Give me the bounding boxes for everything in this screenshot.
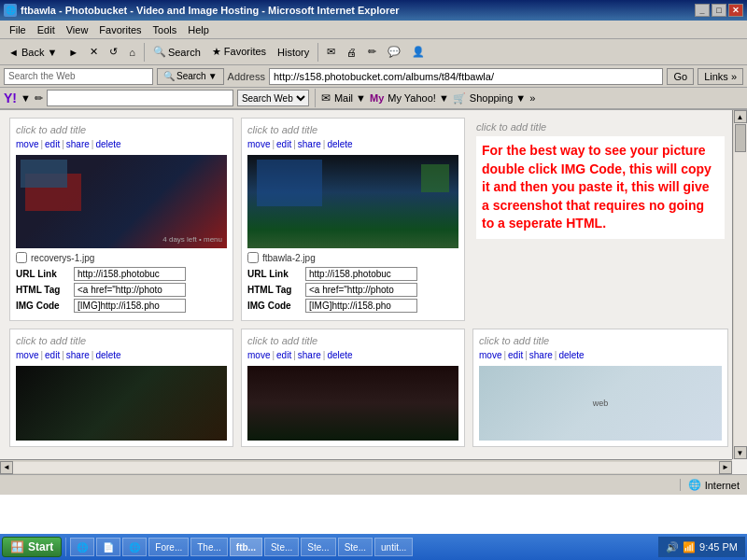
taskbar-ie-ste3[interactable]: Ste...	[338, 538, 373, 556]
photo-url-row-1: URL Link http://i158.photobuc	[16, 267, 227, 281]
photo-share-1[interactable]: share	[66, 139, 90, 149]
scroll-thumb[interactable]	[735, 124, 746, 152]
photo-edit-1[interactable]: edit	[45, 139, 60, 149]
photo-title-6[interactable]: click to add title	[479, 335, 722, 346]
photo-edit-4[interactable]: edit	[45, 350, 60, 360]
photo-checkbox-1[interactable]	[16, 252, 27, 263]
yahoo-pencil-icon[interactable]: ✏	[35, 92, 43, 105]
search-button[interactable]: 🔍 Search	[148, 42, 205, 63]
html-label-2: HTML Tag	[247, 285, 303, 295]
photo-delete-1[interactable]: delete	[95, 139, 120, 149]
history-button[interactable]: History	[273, 42, 314, 63]
forward-button[interactable]: ►	[63, 42, 83, 63]
photo-checkbox-2[interactable]	[247, 252, 259, 263]
photo-move-1[interactable]: move	[16, 139, 38, 149]
taskbar-item-2[interactable]: 🌐	[122, 538, 147, 556]
horizontal-scrollbar[interactable]: ◄ ►	[0, 459, 732, 474]
home-button[interactable]: ⌂	[124, 42, 140, 63]
taskbar-ie-ste1[interactable]: Ste...	[264, 538, 299, 556]
photo-delete-2[interactable]: delete	[327, 139, 352, 149]
menu-file[interactable]: File	[4, 22, 32, 37]
favorites-button[interactable]: ★ Favorites	[207, 42, 271, 63]
menu-tools[interactable]: Tools	[148, 22, 183, 37]
photo-thumbnail-4	[16, 366, 227, 441]
photo-title-1[interactable]: click to add title	[16, 124, 227, 135]
taskbar-ie-fore[interactable]: Fore...	[148, 538, 189, 556]
menu-help[interactable]: Help	[182, 22, 215, 37]
taskbar-item-1[interactable]: 📄	[96, 538, 120, 556]
photo-edit-2[interactable]: edit	[276, 139, 291, 149]
maximize-button[interactable]: □	[712, 4, 726, 17]
scroll-right-button[interactable]: ►	[719, 461, 732, 474]
taskbar-ie-the[interactable]: The...	[190, 538, 228, 556]
links-button[interactable]: Links »	[698, 68, 743, 85]
taskbar-ie-ftb[interactable]: ftb...	[230, 538, 262, 556]
photo-thumbnail-2	[247, 155, 458, 248]
refresh-button[interactable]: ↺	[105, 42, 122, 63]
thumb-green-2	[421, 164, 449, 192]
img-value-1[interactable]: [IMG]http://i158.pho	[74, 299, 186, 313]
menu-favorites[interactable]: Favorites	[93, 22, 147, 37]
photo-delete-4[interactable]: delete	[95, 350, 120, 360]
photo-item-4: click to add title move | edit | share |…	[9, 329, 233, 447]
yahoo-shopping-link[interactable]: Shopping ▼	[470, 92, 526, 104]
go-button[interactable]: Go	[667, 68, 694, 85]
time-display: 9:45 PM	[699, 541, 738, 553]
photo-title-4[interactable]: click to add title	[16, 335, 227, 346]
photo-move-6[interactable]: move	[479, 350, 501, 360]
scroll-down-button[interactable]: ▼	[734, 446, 747, 459]
yahoo-dropdown-icon[interactable]: ▼	[21, 92, 31, 104]
photo-edit-6[interactable]: edit	[508, 350, 523, 360]
photo-share-6[interactable]: share	[529, 350, 553, 360]
yahoo-search-input[interactable]	[47, 90, 233, 106]
mail-button[interactable]: ✉	[322, 42, 340, 63]
taskbar-ie-ste2[interactable]: Ste...	[301, 538, 335, 556]
photo-title-5[interactable]: click to add title	[247, 335, 458, 346]
minimize-button[interactable]: _	[695, 4, 710, 17]
close-button[interactable]: ✕	[728, 4, 743, 17]
scroll-left-button[interactable]: ◄	[0, 461, 13, 474]
discuss-button[interactable]: 💬	[383, 42, 405, 63]
url-value-2[interactable]: http://i158.photobuc	[305, 267, 417, 281]
print-button[interactable]: 🖨	[342, 42, 361, 63]
photo-delete-6[interactable]: delete	[558, 350, 584, 360]
start-button[interactable]: 🪟 Start	[2, 537, 62, 557]
photo-share-4[interactable]: share	[66, 350, 90, 360]
address-input[interactable]	[269, 68, 664, 85]
yahoo-search-dropdown[interactable]: Search Web	[237, 90, 309, 106]
search-web-button[interactable]: 🔍 Search ▼	[157, 68, 224, 85]
photo-move-4[interactable]: move	[16, 350, 38, 360]
yahoo-more-link[interactable]: »	[529, 92, 535, 104]
photo-tooltip-area: click to add title For the best way to s…	[472, 118, 728, 321]
taskbar-ie-untit[interactable]: untit...	[374, 538, 413, 556]
html-value-1[interactable]: <a href="http://photo	[74, 283, 186, 297]
photo-edit-5[interactable]: edit	[276, 350, 291, 360]
yahoo-mail-link[interactable]: Mail ▼	[334, 92, 366, 104]
vertical-scrollbar[interactable]: ▲ ▼	[732, 110, 747, 459]
photo-title-3[interactable]: click to add title	[476, 121, 725, 133]
photo-fields-2: URL Link http://i158.photobuc HTML Tag <…	[247, 267, 458, 313]
photo-share-2[interactable]: share	[298, 139, 321, 149]
photo-move-5[interactable]: move	[247, 350, 270, 360]
photo-actions-5: move | edit | share | delete	[247, 350, 458, 360]
window-controls[interactable]: _ □ ✕	[695, 4, 743, 17]
url-value-1[interactable]: http://i158.photobuc	[74, 267, 186, 281]
html-value-2[interactable]: <a href="http://photo	[305, 283, 417, 297]
menu-edit[interactable]: Edit	[32, 22, 61, 37]
yahoo-myyahoo-link[interactable]: My Yahoo! ▼	[388, 92, 449, 104]
photo-title-2[interactable]: click to add title	[247, 124, 458, 135]
photo-move-2[interactable]: move	[247, 139, 270, 149]
edit-button[interactable]: ✏	[363, 42, 381, 63]
photo-share-5[interactable]: share	[298, 350, 321, 360]
scroll-up-button[interactable]: ▲	[734, 110, 747, 123]
messenger-button[interactable]: 👤	[407, 42, 430, 63]
back-button[interactable]: ◄ ◄ BackBack ▼	[4, 42, 62, 63]
yahoo-mail-icon: ✉	[321, 91, 331, 105]
img-value-2[interactable]: [IMG]http://i158.pho	[305, 299, 417, 313]
taskbar-item-0[interactable]: 🌐	[70, 538, 94, 556]
stop-button[interactable]: ✕	[85, 42, 103, 63]
menu-view[interactable]: View	[61, 22, 94, 37]
photo-delete-5[interactable]: delete	[327, 350, 352, 360]
yahoo-logo: Y!	[4, 91, 17, 105]
app-icon: 🌐	[4, 4, 17, 17]
